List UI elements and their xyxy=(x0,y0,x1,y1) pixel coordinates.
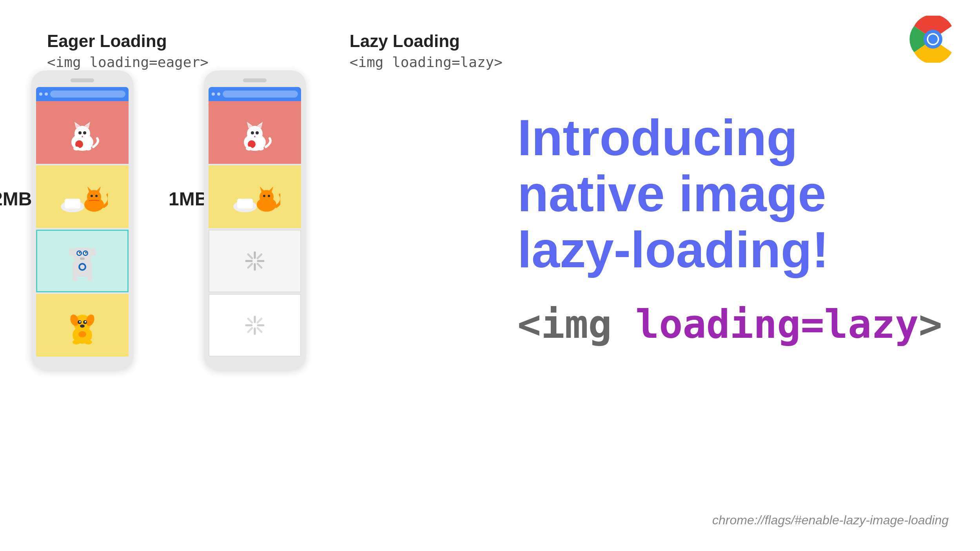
introducing-title: Introducing native image lazy-loading! xyxy=(517,110,949,278)
svg-marker-66 xyxy=(260,187,265,192)
yellow-dog-svg xyxy=(65,304,100,347)
svg-point-60 xyxy=(246,147,252,150)
eager-phone-screen xyxy=(36,87,129,358)
url-bar-lazy xyxy=(223,91,298,98)
svg-marker-20 xyxy=(96,187,101,192)
phone-notch-eager xyxy=(71,78,94,82)
svg-rect-36 xyxy=(69,248,74,256)
svg-line-76 xyxy=(258,254,261,258)
svg-point-51 xyxy=(247,126,263,141)
svg-rect-63 xyxy=(237,199,253,208)
eager-title: Eager Loading xyxy=(47,31,209,51)
intro-line2: native image xyxy=(517,165,826,222)
dot2 xyxy=(45,92,48,96)
lazy-card-4-spinner xyxy=(209,294,301,357)
lazy-chrome-bar xyxy=(209,87,301,101)
eager-card-3 xyxy=(36,230,129,292)
svg-point-14 xyxy=(85,147,91,150)
eager-code: <img loading=eager> xyxy=(47,54,209,70)
svg-line-75 xyxy=(258,264,261,268)
svg-point-45 xyxy=(85,321,86,323)
intro-text-area: Introducing native image lazy-loading! <… xyxy=(517,110,949,347)
eager-card-4 xyxy=(36,294,129,357)
svg-line-82 xyxy=(248,319,252,323)
lazy-card-3-spinner xyxy=(209,230,301,292)
eager-size: 2MB xyxy=(0,188,32,210)
svg-rect-31 xyxy=(80,257,85,260)
chrome-logo xyxy=(909,16,956,63)
svg-point-68 xyxy=(263,195,265,197)
svg-point-4 xyxy=(74,126,90,141)
svg-point-49 xyxy=(84,340,92,344)
svg-point-47 xyxy=(78,331,86,337)
eager-chrome-bar xyxy=(36,87,129,101)
spinner-svg-2 xyxy=(243,314,267,337)
svg-rect-16 xyxy=(65,199,80,208)
svg-line-84 xyxy=(258,319,261,323)
eager-phone-wrapper: 2MB xyxy=(31,71,133,370)
svg-line-83 xyxy=(258,328,261,332)
lazy-card-2 xyxy=(209,165,301,228)
svg-point-65 xyxy=(260,190,274,203)
svg-point-56 xyxy=(251,131,254,134)
svg-line-74 xyxy=(248,254,252,258)
labels-area: Eager Loading <img loading=eager> Lazy L… xyxy=(47,31,503,70)
svg-line-77 xyxy=(248,264,252,268)
svg-point-2 xyxy=(928,34,938,44)
orange-cat-svg xyxy=(57,177,108,216)
orange-cat-svg-2 xyxy=(229,177,280,216)
svg-point-46 xyxy=(80,324,85,328)
svg-marker-19 xyxy=(87,187,92,192)
eager-card-2 xyxy=(36,165,129,228)
svg-point-61 xyxy=(258,147,264,150)
eager-phone xyxy=(31,71,133,370)
svg-point-69 xyxy=(268,195,270,197)
intro-line3: lazy-loading! xyxy=(517,221,829,278)
svg-point-22 xyxy=(95,195,98,197)
code-attr: loading=lazy xyxy=(635,301,918,347)
spinner-svg-1 xyxy=(243,249,267,273)
lazy-card-1 xyxy=(209,101,301,164)
lazy-phone-screen xyxy=(209,87,301,358)
svg-point-44 xyxy=(79,321,81,323)
code-line: <img loading=lazy> xyxy=(517,301,949,347)
svg-point-18 xyxy=(87,190,101,203)
flags-text: chrome://flags/#enable-lazy-image-loadin… xyxy=(712,513,949,527)
eager-label-group: Eager Loading <img loading=eager> xyxy=(47,31,209,70)
svg-rect-37 xyxy=(91,248,96,256)
lazy-size: 1MB xyxy=(169,188,208,210)
phones-area: 2MB xyxy=(31,71,306,370)
svg-point-21 xyxy=(91,195,93,197)
lazy-title: Lazy Loading xyxy=(350,31,503,51)
svg-marker-67 xyxy=(269,187,273,192)
eager-card-1 xyxy=(36,101,129,164)
svg-rect-33 xyxy=(87,274,92,281)
white-cat-svg xyxy=(63,111,102,154)
svg-point-57 xyxy=(256,131,259,134)
code-bracket-open: <img xyxy=(517,301,635,347)
code-bracket-close: > xyxy=(919,301,942,347)
dot3 xyxy=(212,92,215,96)
svg-point-35 xyxy=(80,265,85,269)
lazy-code: <img loading=lazy> xyxy=(350,54,503,70)
svg-point-10 xyxy=(83,131,86,134)
url-bar-eager xyxy=(50,91,125,98)
lazy-phone xyxy=(204,71,306,370)
svg-line-85 xyxy=(248,328,252,332)
white-cat-svg-2 xyxy=(235,111,274,154)
lazy-label-group: Lazy Loading <img loading=lazy> xyxy=(350,31,503,70)
svg-point-9 xyxy=(78,131,82,134)
svg-point-29 xyxy=(79,252,80,254)
svg-point-48 xyxy=(73,340,80,344)
robot-dog-svg xyxy=(63,239,102,283)
svg-point-30 xyxy=(85,252,87,254)
svg-point-13 xyxy=(73,147,80,150)
dot1 xyxy=(39,92,42,96)
dot4 xyxy=(217,92,220,96)
svg-rect-32 xyxy=(73,274,77,281)
phone-notch-lazy xyxy=(243,78,267,82)
lazy-phone-wrapper: 1MB xyxy=(204,71,306,370)
intro-line1: Introducing xyxy=(517,109,798,166)
